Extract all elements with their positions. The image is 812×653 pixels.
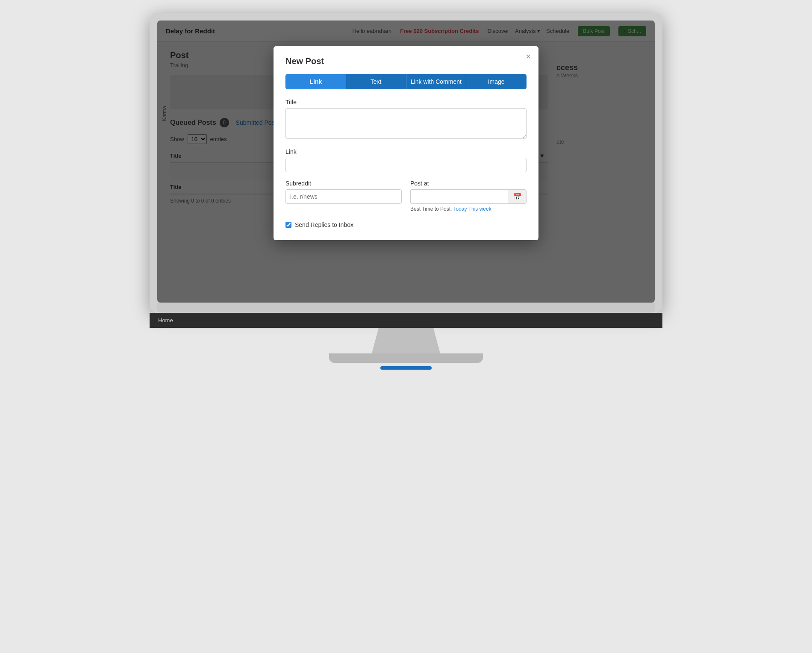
title-label: Title	[285, 99, 527, 106]
best-time-today-link[interactable]: Today	[453, 206, 467, 212]
calendar-button[interactable]: 📅	[509, 189, 527, 204]
monitor-neck	[372, 328, 440, 353]
new-post-modal: New Post × Link Text Link with Comment I…	[274, 46, 538, 240]
post-at-input[interactable]	[410, 189, 509, 204]
title-group: Title	[285, 99, 527, 141]
post-at-label: Post at	[410, 180, 527, 187]
link-group: Link	[285, 148, 527, 172]
link-label: Link	[285, 148, 527, 155]
link-input[interactable]	[285, 158, 527, 172]
tab-image[interactable]: Image	[466, 74, 526, 89]
post-type-tabs: Link Text Link with Comment Image	[285, 74, 527, 89]
title-input[interactable]	[285, 108, 527, 139]
bottom-bar: Home	[150, 313, 662, 328]
bottom-bar-home: Home	[158, 317, 173, 324]
subreddit-group: Subreddit	[285, 180, 402, 212]
subreddit-postat-row: Subreddit Post at 📅 Best Time to Post: T…	[285, 180, 527, 220]
tab-link[interactable]: Link	[286, 74, 346, 89]
monitor-base	[329, 353, 483, 363]
tab-link-with-comment[interactable]: Link with Comment	[406, 74, 467, 89]
modal-close-button[interactable]: ×	[526, 52, 531, 61]
post-at-wrapper: 📅	[410, 189, 527, 204]
send-replies-row: Send Replies to Inbox	[285, 221, 527, 228]
modal-overlay: New Post × Link Text Link with Comment I…	[157, 21, 655, 303]
send-replies-label[interactable]: Send Replies to Inbox	[295, 221, 353, 228]
best-time-row: Best Time to Post: Today This week	[410, 206, 527, 212]
post-at-group: Post at 📅 Best Time to Post: Today This …	[410, 180, 527, 212]
monitor-chin	[157, 303, 655, 313]
modal-title: New Post	[285, 56, 527, 66]
send-replies-checkbox[interactable]	[285, 222, 291, 228]
subreddit-input[interactable]	[285, 189, 402, 204]
best-time-label: Best Time to Post:	[410, 206, 452, 212]
subreddit-label: Subreddit	[285, 180, 402, 187]
best-time-week-link[interactable]: This week	[468, 206, 491, 212]
scroll-indicator	[380, 366, 432, 370]
tab-text[interactable]: Text	[346, 74, 406, 89]
monitor-frame: Delay for Reddit Hello eabraham Free $20…	[150, 13, 662, 313]
monitor-screen: Delay for Reddit Hello eabraham Free $20…	[157, 21, 655, 303]
